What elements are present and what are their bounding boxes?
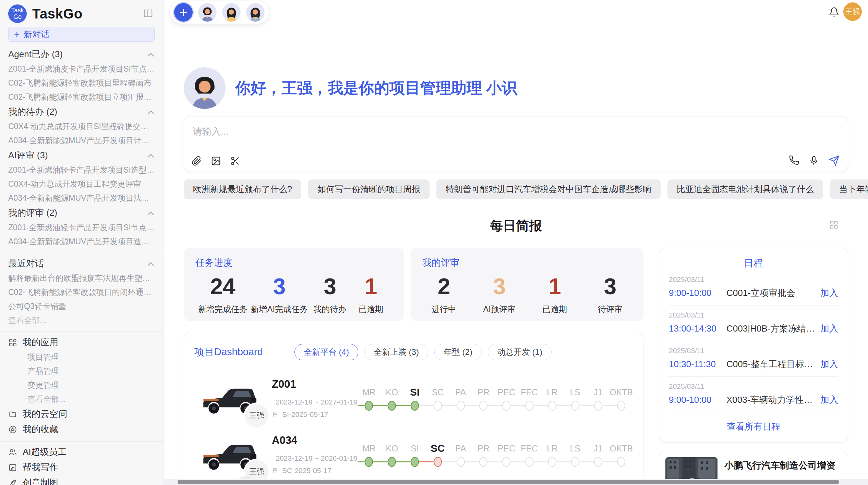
microphone-icon[interactable]	[809, 156, 819, 166]
milestone-dot	[411, 457, 419, 467]
milestone-LR: LR	[541, 385, 564, 412]
milestone-LR: LR	[541, 441, 564, 468]
recent-chat-item[interactable]: 解释最新出台的欧盟报废车法规再生塑料比例被调至15%...	[8, 271, 155, 285]
card-title: 任务进度	[195, 257, 393, 269]
sidebar-item-project-mgmt[interactable]: 项目管理	[8, 350, 155, 364]
sidebar-item-ai-employee[interactable]: AI超级员工	[8, 444, 155, 460]
view-all-schedule-link[interactable]: 查看所有日程	[669, 421, 838, 433]
assistant-avatar	[184, 67, 226, 109]
task-item[interactable]: Z001-全新燃油轻卡产品开发项目SI造型提交物评审	[8, 163, 155, 177]
task-item[interactable]: A034-全新新能源MUV产品开发项目造型可行性评审	[8, 235, 155, 249]
join-link[interactable]: 加入	[820, 394, 838, 406]
agent-avatar-1[interactable]	[198, 3, 217, 22]
sidebar-collapse-icon[interactable]	[143, 8, 153, 20]
section-header-agent-done[interactable]: Agent已办 (3)	[8, 47, 155, 62]
task-item[interactable]: Z001-全新燃油轻卡产品开发项目SI节点属性5D文件评审	[8, 221, 155, 235]
milestone-SC: SC	[426, 385, 449, 412]
task-item[interactable]: C0X4-动力总成开发项目SI里程碑提交物检查	[8, 120, 155, 134]
write-icon	[8, 463, 17, 472]
project-row-a034[interactable]: 王强 A034 2023-12-19 ~ 2026-01-19 SC-2025-…	[194, 434, 633, 475]
chat-input[interactable]	[184, 116, 848, 147]
stat-overdue: 1已逾期	[352, 274, 390, 315]
sidebar-item-creative-drawing[interactable]: 创意制图	[8, 475, 155, 485]
tab-new-body[interactable]: 全新上装 (3)	[364, 344, 428, 360]
milestone-PA: PA	[449, 441, 472, 468]
task-item[interactable]: C02-飞腾新能源轻客改款项目里程碑画布	[8, 76, 155, 90]
user-avatar[interactable]: 王强	[843, 2, 862, 21]
agent-avatar-3[interactable]	[246, 3, 265, 22]
project-dates: 2023-12-19 ~ 2026-01-19	[272, 454, 358, 462]
suggestion-chip[interactable]: 特朗普可能对进口汽车增税会对中国车企造成哪些影响	[436, 179, 661, 199]
add-agent-button[interactable]: +	[174, 3, 193, 22]
send-icon[interactable]	[829, 155, 840, 166]
agent-avatar-2[interactable]	[222, 3, 241, 22]
join-link[interactable]: 加入	[820, 323, 838, 335]
section-header-my-todo[interactable]: 我的待办 (2)	[8, 104, 155, 120]
sidebar-item-favorites[interactable]: 我的收藏	[8, 422, 155, 437]
logo-row: Task Go TaskGo	[8, 3, 155, 24]
stat-ai-prereview: 3AI预评审	[481, 274, 518, 315]
milestone-dot	[502, 401, 510, 411]
task-item[interactable]: A034-全新新能源MUV产品开发项目计划变更表编写	[8, 134, 155, 148]
schedule-date: 2025/03/11	[669, 275, 838, 284]
sidebar-item-write-helper[interactable]: 帮我写作	[8, 460, 155, 475]
sidebar-item-product-mgmt[interactable]: 产品管理	[8, 364, 155, 378]
milestone-dot	[502, 457, 510, 467]
project-owner-avatar: 王强	[245, 404, 268, 427]
phone-icon[interactable]	[789, 156, 799, 166]
task-item[interactable]: C0X4-动力总成开发项目工程变更评审	[8, 177, 155, 191]
schedule-event-title: C001-立项审批会	[726, 287, 816, 299]
suggestion-chip[interactable]: 当下年轻人对汽车外观有怎样的喜好趋势	[830, 179, 868, 199]
chevron-up-icon[interactable]	[147, 107, 155, 117]
layout-grid-icon[interactable]	[829, 220, 839, 231]
milestone-LS: LS	[564, 385, 587, 412]
chevron-up-icon[interactable]	[147, 150, 155, 161]
tab-powertrain[interactable]: 动总开发 (1)	[488, 344, 552, 360]
section-header-my-review[interactable]: 我的评审 (2)	[8, 205, 155, 221]
sidebar-item-my-apps[interactable]: 我的应用	[8, 335, 155, 350]
task-item[interactable]: A034-全新新能源MUV产品开发项目法规符合性评审	[8, 191, 155, 205]
clock-icon	[272, 455, 272, 462]
join-link[interactable]: 加入	[820, 358, 838, 370]
task-item[interactable]: C02-飞腾新能源轻客改款项目立项汇报方案	[8, 90, 155, 104]
join-link[interactable]: 加入	[820, 287, 838, 299]
suggestion-chip[interactable]: 欧洲新规最近颁布了什么?	[184, 179, 301, 199]
scrollbar-thumb[interactable]	[178, 480, 839, 484]
recent-chat-item[interactable]: C02-飞腾新能源轻客改款项目的闭环通告反馈情况	[8, 285, 155, 299]
schedule-time: 9:00-10:00	[669, 395, 726, 405]
sidebar-item-change-mgmt[interactable]: 变更管理	[8, 378, 155, 392]
suggestion-chip[interactable]: 比亚迪全固态电池计划具体说了什么	[667, 179, 823, 199]
chevron-up-icon[interactable]	[147, 258, 155, 269]
suggestion-chip[interactable]: 如何写一份清晰的项目周报	[308, 179, 430, 199]
new-chat-button[interactable]: + 新对话	[8, 27, 155, 42]
stat-overdue: 1已逾期	[536, 274, 574, 315]
recent-chat-item[interactable]: 公司Q3轻卡销量	[8, 299, 155, 313]
section-header-ai-review[interactable]: AI评审 (3)	[8, 148, 155, 163]
attachment-icon[interactable]	[192, 156, 202, 166]
flag-icon	[272, 411, 279, 418]
chevron-up-icon[interactable]	[147, 49, 155, 60]
sidebar-item-cloud-space[interactable]: 我的云空间	[8, 406, 155, 422]
project-row-z001[interactable]: 王强 Z001 2023-12-19 ~ 2027-01-19 SI-2025-…	[194, 378, 633, 419]
scissors-icon[interactable]	[230, 156, 240, 166]
project-name: Z001	[272, 378, 358, 390]
stat-in-progress: 2进行中	[425, 274, 463, 315]
cloud-space-icon	[8, 410, 17, 419]
star-badge-icon	[8, 425, 17, 434]
suggestion-chips: 欧洲新规最近颁布了什么? 如何写一份清晰的项目周报 特朗普可能对进口汽车增税会对…	[184, 179, 848, 199]
view-all-chats[interactable]: 查看全部...	[8, 313, 155, 327]
image-icon[interactable]	[211, 156, 221, 166]
schedule-item: 2025/03/11 9:00-10:00 X003-车辆动力学性能验... 加…	[669, 377, 838, 412]
chevron-up-icon[interactable]	[147, 208, 155, 218]
tab-new-platform[interactable]: 全新平台 (4)	[294, 344, 358, 360]
task-progress-card: 任务进度 24新增完成任务 3新增AI完成任务 3我的待办 1已逾期	[184, 248, 404, 321]
tab-year-model[interactable]: 年型 (2)	[434, 344, 482, 360]
horizontal-scrollbar[interactable]	[164, 479, 868, 485]
section-header-recent-chats[interactable]: 最近对话	[8, 256, 155, 271]
milestone-dot	[388, 401, 396, 411]
notifications-bell-icon[interactable]	[829, 7, 839, 18]
plus-icon: +	[14, 29, 20, 40]
project-dates: 2023-12-19 ~ 2027-01-19	[272, 398, 358, 406]
task-item[interactable]: Z001-全新燃油皮卡产品开发项目SI节点Lesson Learn报告	[8, 62, 155, 76]
view-all-apps[interactable]: 查看全部...	[8, 392, 155, 406]
